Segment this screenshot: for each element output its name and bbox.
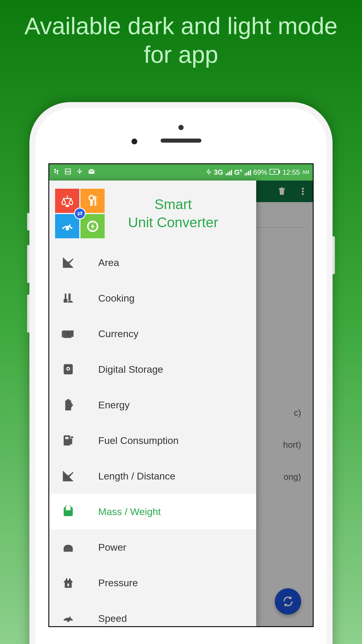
fuel-icon [61,433,75,448]
svg-rect-22 [69,294,71,300]
weight-icon [61,504,75,519]
phone-sensor-dot [178,125,184,130]
phone-front-camera [131,139,137,144]
drawer-item-label: Currency [98,328,138,340]
svg-point-2 [57,170,58,172]
chart-icon [61,469,75,483]
battery-percent: 69% [253,168,267,176]
drawer-item-label: Fuel Consumption [98,435,179,446]
drawer-item-label: Speed [98,613,127,624]
mail-icon [88,168,95,177]
svg-point-45 [67,620,69,622]
drawer-item-fuel-consumption[interactable]: Fuel Consumption [49,423,256,458]
svg-point-39 [70,546,71,547]
svg-point-36 [66,549,67,550]
footsteps-icon [53,168,60,177]
drawer-item-area[interactable]: Area [49,245,256,280]
drawer-item-length-distance[interactable]: Length / Distance [49,458,256,494]
phone-volume-down [27,295,29,332]
svg-point-38 [66,546,67,547]
drawer-item-label: Mass / Weight [98,506,161,517]
location-icon [206,168,212,176]
drawer-item-label: Cooking [98,293,135,304]
drawer-item-pressure[interactable]: Pressure [49,565,256,601]
network-g-label: GR [234,168,242,176]
app-logo: ⇄ [55,189,105,238]
drawer-item-label: Energy [98,399,130,411]
usb-icon [76,168,83,177]
signal-bars-icon-2 [245,169,251,175]
drawer-item-speed[interactable]: Speed [49,601,256,626]
svg-rect-34 [71,437,73,438]
svg-point-29 [68,368,69,369]
svg-point-24 [67,332,69,335]
svg-point-12 [89,195,94,200]
svg-rect-7 [279,171,280,173]
drawer-item-label: Area [98,257,119,268]
svg-point-0 [54,169,56,171]
svg-point-37 [69,549,71,550]
promo-headline: Available dark and light mode for app [0,0,362,78]
drawer-category-list[interactable]: AreaCookingCurrencyDigital StorageEnergy… [49,245,256,626]
drawer-item-currency[interactable]: Currency [49,316,256,351]
phone-power-button [333,236,335,274]
svg-rect-13 [90,200,92,206]
app-title: SmartUnit Converter [105,195,250,232]
network-3g-label: 3G [214,168,223,176]
phone-screen: 3G GR 69% 12:55 AM [48,163,314,627]
signal-bars-icon [226,169,232,175]
battery-icon [61,398,75,412]
phone-mute-switch [27,213,29,230]
drawer-header: ⇄ SmartUnit Converter [49,181,256,245]
battery-charging-icon [270,168,280,176]
clock-time: 12:55 [282,168,300,176]
speed-icon [61,611,75,626]
svg-rect-11 [65,205,69,206]
image-icon [64,168,71,177]
cooking-icon [61,291,75,305]
drawer-item-label: Power [98,542,126,553]
navigation-drawer: ⇄ SmartUnit Converter AreaCookingCurrenc… [49,181,256,626]
disk-icon [61,362,75,377]
power-icon [61,540,75,554]
clock-ampm: AM [302,170,309,175]
drawer-item-label: Pressure [98,577,138,589]
pressure-icon [61,575,75,590]
svg-rect-41 [67,583,69,587]
drawer-item-label: Digital Storage [98,364,163,375]
svg-point-1 [55,171,56,173]
swap-icon: ⇄ [74,208,86,219]
drawer-item-cooking[interactable]: Cooking [49,280,256,316]
phone-volume-up [27,245,29,283]
drawer-item-label: Length / Distance [98,470,175,482]
svg-point-20 [66,228,68,230]
svg-rect-31 [67,400,69,401]
currency-icon [61,326,75,341]
drawer-item-digital-storage[interactable]: Digital Storage [49,351,256,387]
chart-icon [61,255,75,270]
status-bar: 3G GR 69% 12:55 AM [49,164,313,181]
phone-speaker [161,139,201,143]
svg-point-3 [57,172,58,174]
drawer-item-energy[interactable]: Energy [49,387,256,423]
svg-rect-33 [65,437,69,439]
phone-mockup-frame: 3G GR 69% 12:55 AM [29,102,333,644]
drawer-item-mass-weight[interactable]: Mass / Weight [49,494,256,529]
drawer-item-power[interactable]: Power [49,529,256,565]
